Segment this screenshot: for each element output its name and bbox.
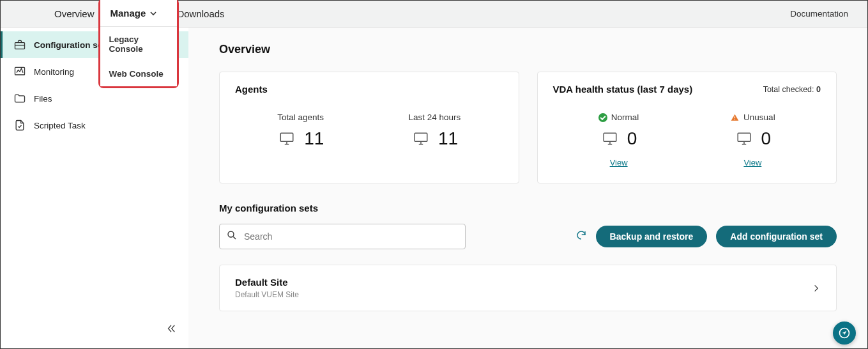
total-agents-value: 11 <box>304 128 324 149</box>
monitor-icon <box>600 130 620 147</box>
monitor-icon <box>411 130 430 147</box>
site-name: Default Site <box>235 277 299 288</box>
tab-overview-label: Overview <box>54 8 95 19</box>
refresh-button[interactable] <box>575 229 587 244</box>
svg-rect-6 <box>735 119 735 120</box>
svg-rect-3 <box>415 133 427 141</box>
script-icon <box>13 119 26 132</box>
config-sets-heading: My configuration sets <box>219 203 837 213</box>
last24-stat: Last 24 hours 11 <box>409 112 461 149</box>
search-box[interactable] <box>219 224 466 249</box>
backup-restore-button[interactable]: Backup and restore <box>596 226 708 247</box>
svg-point-8 <box>228 231 234 237</box>
agents-card-title: Agents <box>235 84 268 95</box>
menu-item-legacy-console[interactable]: Legacy Console <box>100 27 177 61</box>
unusual-label: Unusual <box>743 112 775 122</box>
total-agents-label: Total agents <box>277 112 324 122</box>
page-title: Overview <box>219 43 837 56</box>
svg-rect-0 <box>15 43 25 49</box>
svg-rect-7 <box>738 133 750 141</box>
search-input[interactable] <box>244 231 459 242</box>
sidebar-item-label: Scripted Task <box>34 121 86 130</box>
sidebar-item-label: Files <box>34 94 52 104</box>
svg-rect-5 <box>735 116 735 118</box>
total-checked: Total checked: 0 <box>763 85 821 94</box>
tab-downloads[interactable]: Downloads <box>168 1 233 27</box>
vda-card-title: VDA health status (last 7 days) <box>553 84 693 95</box>
search-icon <box>226 229 238 244</box>
main-content: Overview Agents Total agents <box>188 27 867 348</box>
sidebar-item-files[interactable]: Files <box>1 85 188 112</box>
sidebar-collapse-button[interactable] <box>165 323 177 337</box>
monitoring-icon <box>13 65 26 78</box>
normal-view-link[interactable]: View <box>610 158 628 167</box>
svg-rect-4 <box>604 133 616 141</box>
normal-label: Normal <box>611 112 639 122</box>
briefcase-icon <box>13 38 26 51</box>
documentation-link[interactable]: Documentation <box>790 9 848 19</box>
tab-downloads-label: Downloads <box>177 8 224 19</box>
svg-rect-2 <box>280 133 293 141</box>
sidebar-item-label: Configuration sets <box>34 40 110 50</box>
check-circle-icon <box>598 113 607 122</box>
folder-icon <box>13 92 26 105</box>
add-configuration-set-button[interactable]: Add configuration set <box>716 226 837 247</box>
unusual-value: 0 <box>761 128 772 149</box>
monitor-icon <box>735 130 754 147</box>
monitor-icon <box>277 130 296 147</box>
tab-manage[interactable]: Manage Manage Legacy Console Web Console <box>103 1 169 27</box>
vda-card: VDA health status (last 7 days) Total ch… <box>537 72 837 183</box>
menu-item-web-console[interactable]: Web Console <box>100 61 177 86</box>
last24-label: Last 24 hours <box>409 112 461 122</box>
last24-value: 11 <box>438 128 458 149</box>
vda-unusual-stat: Unusual 0 View <box>730 112 775 167</box>
vda-normal-stat: Normal 0 View <box>598 112 639 167</box>
total-agents-stat: Total agents 11 <box>277 112 324 149</box>
manage-dropdown-menu: Legacy Console Web Console <box>100 26 177 86</box>
tab-overview[interactable]: Overview <box>45 1 103 27</box>
config-set-card[interactable]: Default Site Default VUEM Site <box>219 265 837 311</box>
agents-card: Agents Total agents 11 <box>219 72 519 183</box>
site-subtitle: Default VUEM Site <box>235 290 299 299</box>
chevron-right-icon <box>812 282 821 295</box>
chevron-down-icon <box>151 8 159 19</box>
unusual-view-link[interactable]: View <box>743 158 761 167</box>
sidebar-item-label: Monitoring <box>34 67 74 77</box>
help-fab-button[interactable] <box>833 322 856 345</box>
tab-manage-label: Manage <box>112 8 148 19</box>
top-nav: Overview Manage Manage Legacy Console <box>1 1 867 27</box>
warning-triangle-icon <box>730 113 740 122</box>
sidebar-item-scripted-task[interactable]: Scripted Task <box>1 112 188 139</box>
normal-value: 0 <box>627 128 637 149</box>
